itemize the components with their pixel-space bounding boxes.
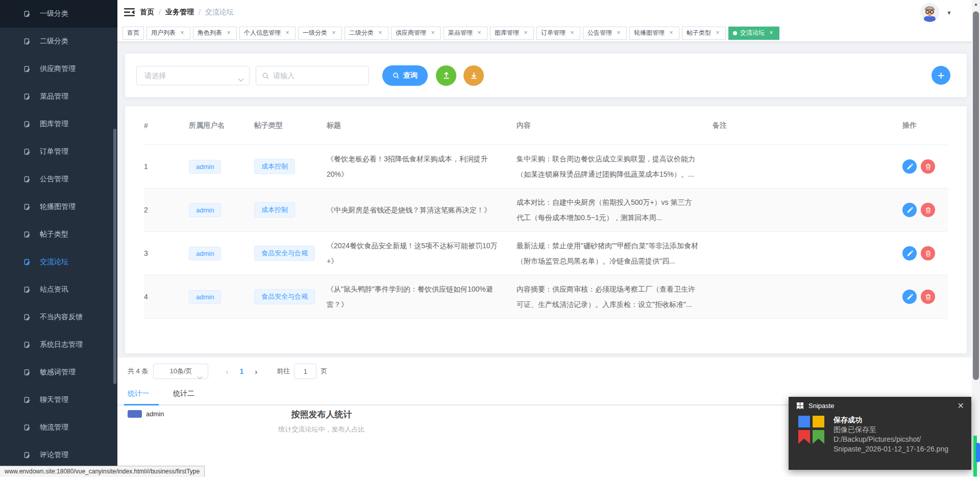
tab-order-management[interactable]: 订单管理×	[536, 27, 580, 40]
close-icon[interactable]: ×	[377, 30, 384, 37]
tab-supplier-management[interactable]: 供应商管理×	[391, 27, 441, 40]
prev-page-button[interactable]: ‹	[219, 367, 234, 376]
tab-second-category[interactable]: 二级分类×	[345, 27, 388, 40]
breadcrumb-current: 交流论坛	[205, 8, 234, 17]
breadcrumb-home[interactable]: 首页	[140, 8, 154, 17]
tab-dish-management[interactable]: 菜品管理×	[444, 27, 487, 40]
sidebar-item-second-category[interactable]: 二级分类	[0, 28, 117, 55]
tab-label: 用户列表	[151, 29, 176, 37]
close-icon[interactable]: ×	[768, 30, 775, 37]
filter-select-input[interactable]	[137, 66, 249, 85]
legend-swatch	[128, 410, 142, 418]
chevron-down-icon[interactable]: ▼	[946, 10, 952, 16]
tab-user-list[interactable]: 用户列表×	[146, 27, 190, 40]
tab-carousel-management[interactable]: 轮播图管理×	[629, 27, 679, 40]
close-icon[interactable]: ×	[225, 30, 232, 37]
tab-forum-active[interactable]: 交流论坛×	[728, 27, 779, 40]
document-icon	[23, 313, 32, 321]
add-button[interactable]: +	[932, 66, 950, 85]
close-icon[interactable]: ×	[330, 30, 337, 37]
edit-button[interactable]	[902, 246, 917, 260]
sidebar-item-label: 评论管理	[40, 450, 68, 460]
delete-button[interactable]	[921, 290, 935, 304]
vertical-scrollbar[interactable]: ▲ ▼	[972, 0, 980, 477]
search-button[interactable]: 查询	[382, 65, 428, 86]
tab-first-category[interactable]: 一级分类×	[298, 27, 342, 40]
close-icon[interactable]: ×	[179, 30, 186, 37]
edit-button[interactable]	[902, 203, 917, 217]
trash-icon	[925, 207, 932, 213]
goto-page-input[interactable]	[294, 364, 316, 379]
close-icon[interactable]: ×	[284, 30, 291, 37]
close-icon[interactable]: ×	[714, 30, 721, 37]
scrollbar-thumb[interactable]	[973, 11, 979, 380]
sidebar-item-sensitive-word-management[interactable]: 敏感词管理	[0, 359, 117, 386]
tab-post-type[interactable]: 帖子类型×	[682, 27, 726, 40]
upload-button[interactable]	[436, 65, 456, 86]
sidebar-item-site-news[interactable]: 站点资讯	[0, 276, 117, 303]
edit-button[interactable]	[902, 159, 917, 174]
user-menu[interactable]: ▼	[920, 3, 952, 22]
post-title: 《餐饮老板必看！3招降低食材采购成本，利润提升20%》	[327, 151, 517, 182]
sidebar-item-order-management[interactable]: 订单管理	[0, 138, 117, 165]
sidebar-item-label: 交流论坛	[40, 257, 68, 267]
sidebar-item-first-category[interactable]: 一级分类	[0, 0, 117, 28]
sidebar-scrollbar-thumb[interactable]	[113, 129, 116, 384]
tab-role-list[interactable]: 角色列表×	[193, 27, 237, 40]
tab-stats-two[interactable]: 统计二	[169, 384, 205, 404]
tab-home[interactable]: 首页	[122, 27, 144, 40]
close-icon[interactable]: ×	[569, 30, 576, 37]
chevron-down-icon[interactable]	[238, 75, 244, 84]
column-header-post-type: 帖子类型	[254, 121, 327, 130]
sidebar-item-gallery-management[interactable]: 图库管理	[0, 110, 117, 138]
sidebar-item-dish-management[interactable]: 菜品管理	[0, 83, 117, 110]
scroll-up-icon[interactable]: ▲	[972, 0, 980, 8]
page-size-select[interactable]: 10条/页	[153, 364, 208, 379]
collapse-menu-icon[interactable]	[124, 8, 135, 17]
sidebar-item-forum[interactable]: 交流论坛	[0, 248, 117, 276]
search-icon	[393, 72, 400, 79]
sidebar-item-comment-management[interactable]: 评论管理	[0, 441, 117, 469]
toast-title: 保存成功	[834, 416, 948, 425]
snipaste-notification: Snipaste ✕ 保存成功 图像已保存至 D:/Backup/Picture…	[789, 397, 971, 470]
delete-button[interactable]	[921, 246, 935, 260]
tab-label: 个人信息管理	[244, 29, 281, 37]
sidebar-item-logistics-management[interactable]: 物流管理	[0, 414, 117, 441]
current-page[interactable]: 1	[234, 367, 249, 375]
sidebar-item-announcement-management[interactable]: 公告管理	[0, 165, 117, 193]
search-input[interactable]	[256, 66, 369, 85]
tab-gallery-management[interactable]: 图库管理×	[490, 27, 534, 40]
download-button[interactable]	[463, 65, 484, 86]
sidebar-item-post-type[interactable]: 帖子类型	[0, 221, 117, 248]
filter-select[interactable]	[136, 66, 250, 85]
sidebar-item-inappropriate-content-feedback[interactable]: 不当内容反馈	[0, 303, 117, 331]
sidebar-item-system-log-management[interactable]: 系统日志管理	[0, 331, 117, 359]
sidebar-item-label: 帖子类型	[40, 230, 68, 239]
tab-label: 供应商管理	[396, 29, 426, 37]
next-page-button[interactable]: ›	[249, 367, 263, 376]
close-icon[interactable]: ×	[522, 30, 529, 37]
close-icon[interactable]: ✕	[958, 402, 964, 410]
delete-button[interactable]	[921, 159, 935, 174]
sidebar-item-carousel-management[interactable]: 轮播图管理	[0, 193, 117, 221]
document-icon	[23, 175, 32, 183]
tab-label: 一级分类	[303, 29, 327, 37]
sidebar-item-supplier-management[interactable]: 供应商管理	[0, 55, 117, 83]
tab-announcement-management[interactable]: 公告管理×	[583, 27, 627, 40]
delete-button[interactable]	[921, 203, 935, 217]
close-icon[interactable]: ×	[429, 30, 436, 37]
chart-legend-item[interactable]: admin	[128, 410, 164, 418]
tab-label: 交流论坛	[740, 29, 765, 37]
edit-button[interactable]	[902, 290, 917, 304]
post-content: 成本对比：自建中央厨房（前期投入500万+）vs 第三方代工（每份成本增加0.5…	[517, 195, 713, 225]
sidebar-item-chat-management[interactable]: 聊天管理	[0, 386, 117, 414]
tab-profile-management[interactable]: 个人信息管理×	[239, 27, 296, 40]
close-icon[interactable]: ×	[615, 30, 622, 37]
close-icon[interactable]: ×	[476, 30, 483, 37]
breadcrumb-business[interactable]: 业务管理	[165, 8, 194, 17]
total-count: 共 4 条	[128, 367, 148, 376]
breadcrumb-separator: /	[199, 8, 201, 16]
close-icon[interactable]: ×	[668, 30, 675, 37]
tab-stats-one[interactable]: 统计一	[124, 384, 159, 404]
avatar[interactable]	[920, 3, 939, 22]
